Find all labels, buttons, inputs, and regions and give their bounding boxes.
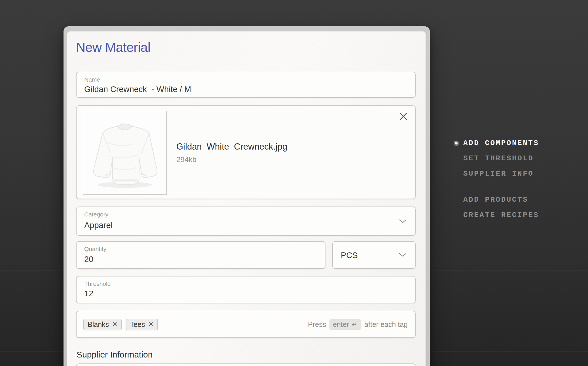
step-create-recipes[interactable]: CREATE RECIPES [454,210,539,220]
threshold-value: 12 [84,289,93,298]
close-icon [399,112,408,121]
hint-suffix: after each tag [364,320,408,329]
supplier-field-partial[interactable] [76,363,416,366]
unit-select[interactable]: PCS [332,241,416,269]
file-size: 294kb [176,155,196,164]
chevron-down-icon [399,253,407,257]
enter-key-icon: ↵ [352,320,358,329]
quantity-label: Quantity [84,246,106,252]
new-material-modal: New Material Name Gildan Crewneck - Whit… [64,26,430,366]
step-label: SUPPLIER INFO [463,169,534,178]
remove-file-button[interactable] [399,112,408,121]
step-set-threshold[interactable]: SET THRESHOLD [454,154,539,163]
modal-sheet: New Material Name Gildan Crewneck - Whit… [67,31,426,366]
name-field[interactable]: Name Gildan Crewneck - White / M [76,72,416,98]
hint-prefix: Press [308,320,326,329]
sweatshirt-image [83,111,166,194]
uploaded-file-card: Gildan_White_Crewneck.jpg 294kb [76,105,416,199]
quantity-value: 20 [84,255,93,264]
tag-chip: Blanks ✕ [83,319,122,330]
remove-tag-icon[interactable]: ✕ [112,321,117,327]
screen: New Material Name Gildan Crewneck - Whit… [0,0,588,366]
step-supplier-info[interactable]: SUPPLIER INFO [454,169,539,178]
name-field-value: Gildan Crewneck - White / M [84,85,191,94]
step-label: SET THRESHOLD [463,154,534,163]
step-add-products[interactable]: ADD PRODUCTS [454,195,539,204]
tag-chip-list: Blanks ✕ Tees ✕ [83,311,158,337]
tags-input[interactable]: Blanks ✕ Tees ✕ Press enter ↵ after each… [76,311,416,338]
file-name: Gildan_White_Crewneck.jpg [176,142,287,152]
category-select[interactable]: Category Apparel [76,207,416,236]
category-value: Apparel [84,221,113,230]
threshold-label: Threshold [84,280,111,287]
category-label: Category [84,211,108,218]
file-thumbnail [83,111,167,195]
tag-chip: Tees ✕ [126,319,158,330]
enter-key-chip: enter ↵ [329,319,361,330]
threshold-field[interactable]: Threshold 12 [76,276,416,303]
chevron-down-icon [399,219,407,223]
tag-input-hint: Press enter ↵ after each tag [308,311,408,337]
remove-tag-icon[interactable]: ✕ [148,321,153,327]
step-label: ADD COMPONENTS [463,139,539,147]
step-label: CREATE RECIPES [463,211,539,219]
tag-chip-label: Tees [130,320,145,329]
page-title: New Material [76,40,150,55]
unit-value: PCS [341,251,358,260]
tag-chip-label: Blanks [88,320,109,329]
wizard-steps: ADD COMPONENTS SET THRESHOLD SUPPLIER IN… [454,139,539,226]
quantity-field[interactable]: Quantity 20 [76,241,325,269]
active-step-radio-icon [454,141,459,146]
step-label: ADD PRODUCTS [463,195,528,204]
enter-key-label: enter [333,320,349,329]
supplier-section-title: Supplier Information [77,350,153,359]
step-add-components[interactable]: ADD COMPONENTS [454,139,539,148]
name-field-label: Name [84,76,100,83]
